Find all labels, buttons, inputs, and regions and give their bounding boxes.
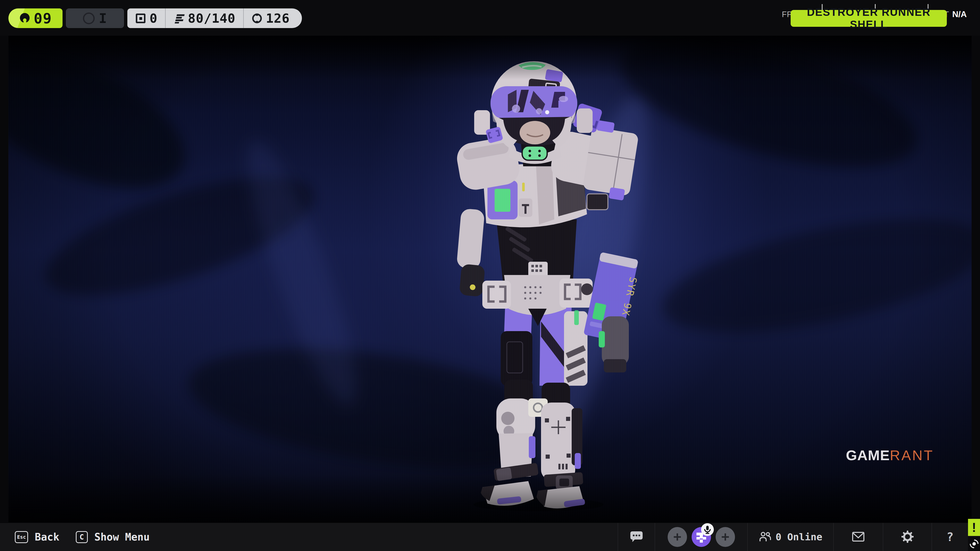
resource-cores-value: 126 [266, 11, 290, 26]
character-viewport[interactable]: SYR 9X. [8, 36, 972, 522]
chat-cell [617, 523, 655, 551]
online-count-label: 0 Online [776, 531, 822, 543]
resource-counter-pill: 0 80/140 126 [127, 8, 302, 28]
overlay-logo-button[interactable] [968, 537, 980, 551]
gamerant-watermark: GAME RANT [846, 447, 934, 464]
help-cell: ? [932, 523, 968, 551]
right-boot [536, 403, 585, 508]
mail-icon [852, 532, 865, 542]
resource-modules-value: 0 [150, 11, 158, 26]
alert-notification-button[interactable]: ! [968, 519, 980, 536]
cave-rib-shape [608, 36, 930, 193]
chat-button[interactable] [630, 531, 643, 543]
watermark-bold-text: GAME [846, 447, 890, 464]
people-icon [759, 531, 772, 543]
mic-icon [701, 523, 714, 536]
settings-cell [883, 523, 932, 551]
online-status-cell[interactable]: 0 Online [747, 523, 833, 551]
show-menu-label: Show Menu [94, 531, 150, 543]
show-menu-button[interactable]: C Show Menu [76, 531, 150, 543]
watermark-accent-text: RANT [890, 447, 934, 464]
hud-badges: 09 I 0 [8, 8, 302, 28]
plus-icon [672, 532, 682, 542]
mode-slot-badge: I [66, 8, 124, 28]
c-key-icon: C [76, 531, 88, 543]
help-button[interactable]: ? [947, 530, 954, 544]
back-label: Back [35, 531, 59, 543]
module-icon [135, 13, 146, 24]
mic-status-badge [701, 523, 714, 536]
resource-ammo: 80/140 [165, 8, 244, 28]
bottom-control-bar: Esc Back C Show Menu [0, 522, 980, 551]
resource-modules: 0 [127, 8, 165, 28]
bottom-right-controls: 0 Online [617, 523, 968, 551]
bottom-left-controls: Esc Back C Show Menu [15, 523, 150, 551]
party-slots-cell [655, 523, 747, 551]
mail-button[interactable] [852, 532, 865, 543]
mail-cell [833, 523, 883, 551]
add-party-slot-button[interactable] [716, 527, 735, 547]
helmet-icon [19, 13, 30, 24]
cave-rib-shape [8, 36, 204, 216]
mode-slot-value: I [99, 11, 107, 26]
player-avatar-button[interactable] [692, 527, 711, 547]
magazine-icon [173, 13, 185, 24]
player-level-badge: 09 [8, 8, 62, 28]
perf-lat-value: N/A [952, 10, 967, 19]
gear-icon [901, 530, 914, 543]
shell-name-button[interactable]: DESTROYER RUNNER SHELL [791, 10, 947, 27]
left-arm [456, 208, 485, 297]
player-level-value: 09 [34, 10, 52, 27]
esc-key-icon: Esc [15, 531, 28, 543]
chat-icon [630, 531, 643, 543]
back-button[interactable]: Esc Back [15, 531, 59, 543]
resource-ammo-value: 80/140 [188, 11, 235, 26]
left-boot [481, 399, 548, 506]
settings-button[interactable] [901, 530, 914, 544]
cave-rib-shape [653, 196, 972, 355]
circle-icon [83, 13, 95, 24]
robot-character-model: SYR 9X. [444, 56, 643, 513]
core-icon [251, 13, 262, 24]
right-glove [599, 316, 629, 372]
swirl-logo-icon [969, 539, 979, 549]
add-party-slot-button[interactable] [668, 527, 687, 547]
resource-cores: 126 [244, 8, 302, 28]
plus-icon [720, 532, 730, 542]
